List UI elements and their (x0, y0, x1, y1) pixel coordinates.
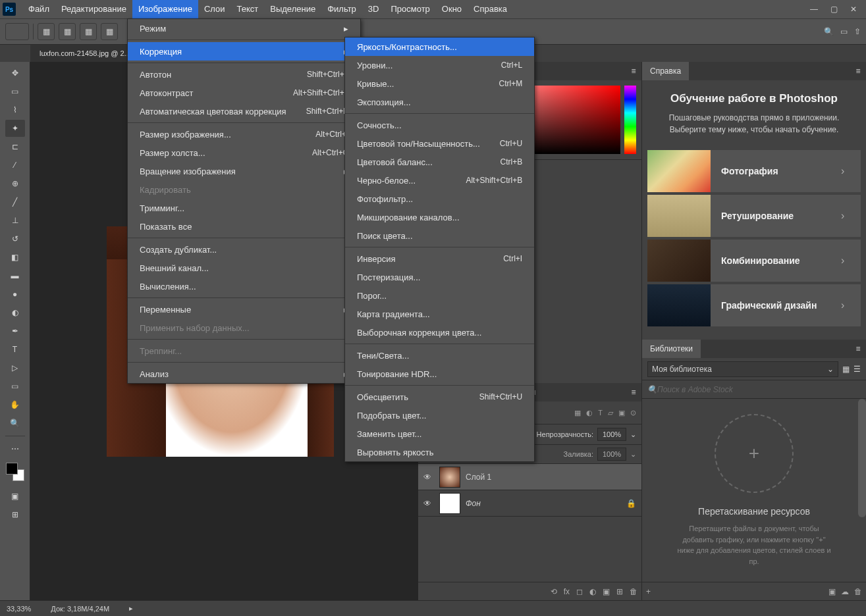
layer-name[interactable]: Фон (466, 499, 621, 508)
quick-mask-icon[interactable]: ▣ (5, 488, 25, 505)
menu-item[interactable]: Кривые...Ctrl+M (345, 74, 534, 93)
menu-файл[interactable]: Файл (22, 0, 55, 18)
panel-menu-icon[interactable]: ≡ (850, 344, 866, 353)
menu-item[interactable]: Черно-белое...Alt+Shift+Ctrl+B (345, 171, 534, 190)
menu-item[interactable]: Режим▸ (128, 19, 360, 38)
menu-item[interactable]: Сочность... (345, 116, 534, 134)
rectangle-tool[interactable]: ▭ (5, 378, 25, 395)
menu-item[interactable]: Яркость/Контрастность... (345, 38, 534, 56)
minimize-button[interactable]: — (804, 3, 824, 16)
layer-mask-icon[interactable]: ◻ (576, 587, 583, 596)
menu-item[interactable]: Переменные▸ (128, 300, 360, 319)
menu-item[interactable]: Тонирование HDR... (345, 365, 534, 383)
menu-item[interactable]: Поиск цвета... (345, 226, 534, 245)
layer-row[interactable]: 👁 Слой 1 (418, 464, 641, 490)
learn-topic[interactable]: Графический дизайн › (647, 284, 861, 326)
menu-3d[interactable]: 3D (362, 0, 385, 18)
menu-item[interactable]: Экспозиция... (345, 93, 534, 111)
delete-icon[interactable]: 🗑 (854, 587, 862, 596)
menu-item[interactable]: Цветовой баланс...Ctrl+B (345, 153, 534, 171)
group-icon[interactable]: ▣ (603, 587, 610, 596)
menu-item[interactable]: Микширование каналов... (345, 208, 534, 226)
add-content-icon[interactable]: + (646, 587, 651, 596)
menu-item[interactable]: ОбесцветитьShift+Ctrl+U (345, 388, 534, 406)
gradient-tool[interactable]: ▬ (5, 267, 25, 284)
menu-item[interactable]: Коррекция▸ (128, 42, 360, 61)
menu-просмотр[interactable]: Просмотр (385, 0, 435, 18)
menu-item[interactable]: Анализ▸ (128, 365, 360, 383)
zoom-tool[interactable]: 🔍 (5, 415, 25, 432)
brush-tool[interactable]: ╱ (5, 193, 25, 211)
menu-item[interactable]: Заменить цвет... (345, 424, 534, 443)
layer-name[interactable]: Слой 1 (466, 473, 636, 482)
menu-item[interactable]: Показать все (128, 217, 360, 236)
fill-input[interactable]: 100% (597, 448, 626, 461)
eyedropper-tool[interactable]: ⁄ (5, 157, 25, 174)
scrollbar-thumb[interactable] (858, 399, 866, 517)
menu-item[interactable]: Подобрать цвет... (345, 406, 534, 424)
menu-item[interactable]: Вычисления... (128, 277, 360, 295)
marquee-tool[interactable]: ▭ (5, 83, 25, 100)
libraries-tab[interactable]: Библиотеки (642, 340, 701, 358)
menu-item[interactable]: АвтотонShift+Ctrl+L (128, 65, 360, 84)
delete-layer-icon[interactable]: 🗑 (630, 587, 637, 596)
menu-item[interactable]: Фотофильтр... (345, 190, 534, 208)
visibility-icon[interactable]: 👁 (423, 473, 434, 482)
hue-slider[interactable] (624, 86, 636, 154)
menu-фильтр[interactable]: Фильтр (321, 0, 362, 18)
menu-item[interactable]: АвтоконтрастAlt+Shift+Ctrl+L (128, 84, 360, 102)
cloud-icon[interactable]: ☁ (841, 587, 849, 596)
history-brush-tool[interactable]: ↺ (5, 230, 25, 247)
menu-изображение[interactable]: Изображение (132, 0, 198, 18)
menu-item[interactable]: Тени/Света... (345, 346, 534, 365)
learn-topic[interactable]: Комбинирование › (647, 240, 861, 282)
panel-menu-icon[interactable]: ≡ (850, 66, 866, 76)
selection-new-icon[interactable]: ▦ (38, 23, 55, 40)
menu-item[interactable]: Внешний канал... (128, 259, 360, 277)
selection-add-icon[interactable]: ▦ (59, 23, 76, 40)
menu-item[interactable]: Карта градиента... (345, 305, 534, 323)
menu-item[interactable]: Создать дубликат... (128, 240, 360, 259)
share-icon[interactable]: ⇧ (854, 27, 861, 36)
menu-item[interactable]: Постеризация... (345, 268, 534, 286)
menu-item[interactable]: Выровнять яркость (345, 443, 534, 461)
stock-icon[interactable]: ▣ (828, 587, 836, 596)
menu-item[interactable]: Цветовой тон/Насыщенность...Ctrl+U (345, 134, 534, 153)
add-icon[interactable]: + (715, 414, 794, 493)
clone-stamp-tool[interactable]: ⊥ (5, 212, 25, 229)
filter-shape-icon[interactable]: ▱ (608, 409, 613, 417)
visibility-icon[interactable]: 👁 (423, 499, 434, 508)
menu-справка[interactable]: Справка (468, 0, 513, 18)
selection-intersect-icon[interactable]: ▦ (101, 23, 118, 40)
new-layer-icon[interactable]: ⊞ (616, 587, 623, 596)
workspace-icon[interactable]: ▭ (840, 27, 848, 36)
menu-item[interactable]: Тримминг... (128, 199, 360, 217)
menu-item[interactable]: ИнверсияCtrl+I (345, 249, 534, 268)
filter-smart-icon[interactable]: ▣ (618, 409, 625, 417)
quick-selection-tool[interactable]: ✦ (5, 120, 25, 137)
type-tool[interactable]: T (5, 341, 25, 358)
menu-item[interactable]: Размер изображения...Alt+Ctrl+I (128, 125, 360, 143)
layer-row[interactable]: 👁 Фон 🔒 (418, 490, 641, 517)
menu-окно[interactable]: Окно (436, 0, 468, 18)
filter-toggle-icon[interactable]: ⊙ (630, 409, 636, 417)
learn-topic[interactable]: Ретуширование › (647, 195, 861, 237)
healing-brush-tool[interactable]: ⊕ (5, 175, 25, 192)
library-search[interactable]: 🔍 Поиск в Adobe Stock (642, 380, 866, 399)
menu-item[interactable]: Порог... (345, 286, 534, 305)
edit-toolbar[interactable]: ⋯ (5, 440, 25, 457)
filter-pixel-icon[interactable]: ▦ (574, 409, 581, 417)
hand-tool[interactable]: ✋ (5, 396, 25, 413)
menu-редактирование[interactable]: Редактирование (55, 0, 132, 18)
search-icon[interactable]: 🔍 (824, 27, 834, 36)
opacity-input[interactable]: 100% (597, 428, 626, 441)
path-selection-tool[interactable]: ▷ (5, 359, 25, 376)
pen-tool[interactable]: ✒ (5, 322, 25, 340)
list-view-icon[interactable]: ☰ (853, 365, 861, 374)
lasso-tool[interactable]: ⌇ (5, 101, 25, 118)
crop-tool[interactable]: ⊏ (5, 138, 25, 155)
menu-item[interactable]: Уровни...Ctrl+L (345, 56, 534, 74)
filter-type-icon[interactable]: T (598, 409, 603, 417)
menu-item[interactable]: Выборочная коррекция цвета... (345, 323, 534, 342)
dodge-tool[interactable]: ◐ (5, 304, 25, 321)
